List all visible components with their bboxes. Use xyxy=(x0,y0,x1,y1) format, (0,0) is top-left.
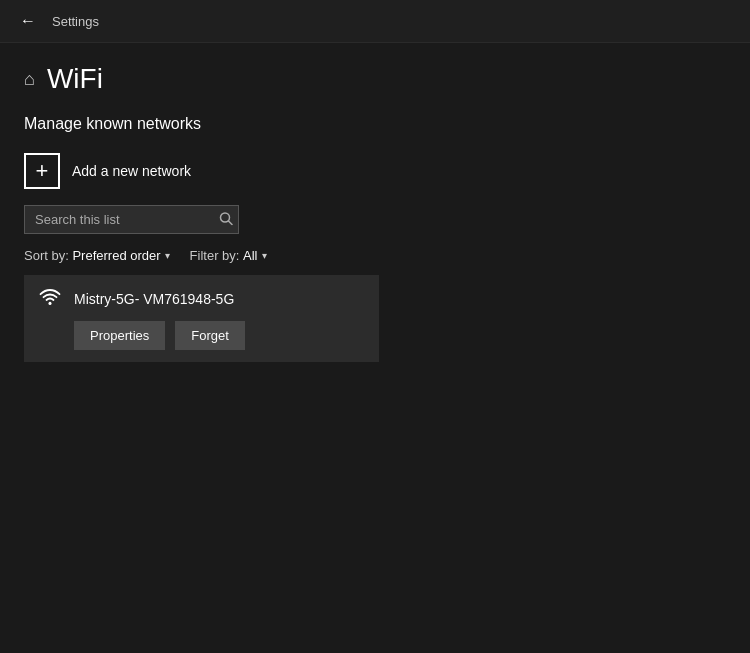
section-title: Manage known networks xyxy=(24,115,726,133)
filter-chevron: ▾ xyxy=(262,250,267,261)
add-network-row: + Add a new network xyxy=(24,153,726,189)
network-name: Mistry-5G- VM761948-5G xyxy=(74,291,234,307)
add-network-button[interactable]: + xyxy=(24,153,60,189)
search-icon xyxy=(219,211,233,225)
filter-label: Filter by: xyxy=(190,248,240,263)
page-header: ⌂ WiFi xyxy=(24,63,726,95)
network-item-header: Mistry-5G- VM761948-5G xyxy=(38,287,365,311)
search-input[interactable] xyxy=(24,205,239,234)
search-icon-button[interactable] xyxy=(219,211,233,228)
wifi-signal-icon xyxy=(38,287,62,307)
page-title: WiFi xyxy=(47,63,103,95)
network-list: Mistry-5G- VM761948-5G Properties Forget xyxy=(24,275,379,362)
filter-sort-row: Sort by: Preferred order ▾ Filter by: Al… xyxy=(24,248,726,263)
svg-point-2 xyxy=(49,302,52,305)
home-icon: ⌂ xyxy=(24,69,35,90)
filter-control: Filter by: All ▾ xyxy=(190,248,267,263)
svg-line-1 xyxy=(229,221,233,225)
network-actions: Properties Forget xyxy=(38,321,365,350)
search-container xyxy=(24,205,239,234)
properties-button[interactable]: Properties xyxy=(74,321,165,350)
sort-chevron: ▾ xyxy=(165,250,170,261)
sort-control: Sort by: Preferred order ▾ xyxy=(24,248,170,263)
sort-dropdown[interactable]: Preferred order ▾ xyxy=(72,248,169,263)
forget-button[interactable]: Forget xyxy=(175,321,245,350)
title-bar-text: Settings xyxy=(52,14,99,29)
network-item[interactable]: Mistry-5G- VM761948-5G Properties Forget xyxy=(24,275,379,362)
sort-value: Preferred order xyxy=(72,248,160,263)
add-network-label: Add a new network xyxy=(72,163,191,179)
sort-label: Sort by: xyxy=(24,248,69,263)
filter-value: All xyxy=(243,248,257,263)
back-button[interactable]: ← xyxy=(16,8,40,34)
wifi-icon xyxy=(38,287,62,311)
title-bar: ← Settings xyxy=(0,0,750,43)
filter-dropdown[interactable]: All ▾ xyxy=(243,248,266,263)
main-content: ⌂ WiFi Manage known networks + Add a new… xyxy=(0,43,750,382)
